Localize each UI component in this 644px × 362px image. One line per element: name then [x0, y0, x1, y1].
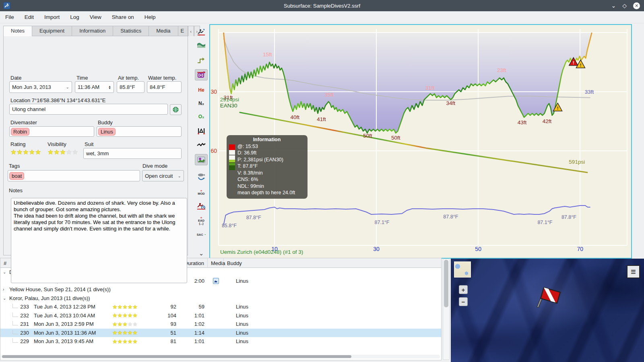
dive-number: 233 [20, 304, 29, 310]
chevron-collapsed-icon[interactable]: › [3, 287, 7, 292]
column-header-media[interactable]: Media [208, 258, 224, 268]
mod-icon[interactable]: +MOD [195, 187, 208, 198]
tab-extra-info[interactable]: E [178, 26, 188, 36]
tab-information[interactable]: Information [72, 26, 113, 36]
menu-log[interactable]: Log [65, 12, 85, 22]
depth-annotation-deep: 43ft [518, 119, 527, 125]
scrollbar-thumb[interactable] [2, 355, 351, 358]
diver-ceiling-icon[interactable] [195, 27, 208, 38]
divemode-select[interactable]: Open circuit⌄ [142, 170, 184, 181]
dive-trip-row[interactable]: ›Yellow House, Sun Sep 21, 2014 (1 dive(… [0, 285, 441, 294]
map-menu-button[interactable]: ≡ [627, 265, 640, 278]
nitrogen-graph-icon[interactable]: N₂ [195, 98, 208, 109]
menu-import[interactable]: Import [39, 12, 65, 22]
star-filled-icon: ★ [132, 312, 138, 319]
ead-icon[interactable]: +EAD(...) [195, 215, 208, 226]
dive-row[interactable]: 229Mon Jun 3, 2013 9:45 AM★★★★★811:01Lin… [0, 337, 441, 346]
tags-field[interactable]: boat [8, 170, 140, 181]
helium-graph-icon[interactable]: He [195, 84, 208, 96]
chevron-down-icon: ⌄ [178, 174, 181, 178]
dive-buddy-cell: Linus [224, 304, 441, 310]
suit-field[interactable]: wet, 3mm [83, 148, 182, 159]
buddy-tag[interactable]: Linus [98, 128, 116, 136]
tag-boat[interactable]: boat [9, 172, 24, 180]
time-field[interactable]: 11:36 AM ▲▼ [75, 81, 114, 93]
menu-file[interactable]: File [0, 12, 19, 22]
ruler-icon[interactable] [195, 125, 208, 136]
dive-date-cell: Mon Jun 3, 2013 9:45 AM [31, 338, 109, 344]
menu-edit[interactable]: Edit [19, 12, 39, 22]
notes-textarea[interactable]: Unbelievable dive. Dozens and dozens of … [11, 198, 187, 283]
airtemp-field[interactable]: 85.8°F [117, 81, 144, 93]
maximize-button[interactable]: ◇ [622, 3, 627, 8]
column-header-buddy[interactable]: Buddy [224, 258, 441, 268]
tab-media[interactable]: Media [149, 26, 178, 36]
yellow-warning-icon[interactable]: ! [576, 60, 585, 68]
dive-buddy-cell: Linus [224, 278, 441, 284]
dive-row[interactable]: 232Tue Jun 4, 2013 10:04 AM★★★★★1041:01L… [0, 311, 441, 320]
photos-icon[interactable] [195, 154, 208, 165]
tab-statistics[interactable]: Statistics [113, 26, 149, 36]
pressure-label: 2914psi [220, 97, 239, 103]
location-field[interactable]: Ulong channel [9, 104, 168, 115]
rating-stars[interactable]: ★★★★★ [10, 148, 41, 156]
info-box-row: T: 87.8°F [237, 163, 304, 170]
map-overview-thumbnail[interactable] [454, 261, 471, 278]
dive-site-map[interactable]: + − ≡ [451, 259, 644, 362]
info-box-row: P: 2,381psi (EAN30) [237, 156, 304, 163]
toolbar-collapse-button[interactable]: ⌄ [195, 248, 208, 259]
star-filled-icon: ★ [23, 148, 29, 156]
divemaster-field[interactable]: Robin [9, 126, 94, 137]
diver-time-icon[interactable] [195, 200, 208, 212]
info-box-title: Information [229, 136, 304, 143]
minimize-button[interactable]: ⌄ [611, 3, 616, 8]
watertemp-field[interactable]: 84.8°F [147, 81, 182, 93]
map-zoom-in-button[interactable]: + [459, 285, 468, 294]
dive-computer-ceiling-icon[interactable] [195, 69, 208, 80]
oxygen-graph-icon[interactable]: O₂ [195, 111, 208, 122]
dive-list-vertical-scrollbar[interactable] [443, 259, 450, 360]
globe-button[interactable] [170, 104, 182, 115]
menu-view[interactable]: View [85, 12, 107, 22]
dive-row[interactable]: 230Mon Jun 3, 2013 11:36 AM★★★★★511:14Li… [0, 329, 441, 337]
depth-annotation-deep: 41ft [317, 116, 326, 122]
close-button[interactable]: ✕ [633, 2, 640, 9]
gas-graph-icon[interactable] [195, 55, 208, 66]
scrollbar-thumb[interactable] [444, 260, 448, 307]
divemaster-tag[interactable]: Robin [11, 128, 29, 136]
dive-trip-row[interactable]: ⌄Koror, Palau, Jun 2013 (11 dive(s)) [0, 294, 441, 303]
time-label: Time [76, 75, 88, 81]
dive-row[interactable]: 231Mon Jun 3, 2013 2:59 PM★★★★★931:02Lin… [0, 320, 441, 329]
star-filled-icon: ★ [128, 329, 133, 336]
date-field[interactable]: Mon Jun 3, 2013⌄ [9, 81, 72, 93]
tab-equipment[interactable]: Equipment [32, 26, 72, 36]
depth-annotation-avg: 33ft [585, 89, 594, 95]
sac-icon[interactable]: SAC ◔ [195, 229, 208, 240]
dive-list-horizontal-scrollbar[interactable] [1, 355, 440, 358]
map-zoom-out-button[interactable]: − [459, 297, 468, 306]
tab-scroll-left-button[interactable]: ‹ [188, 26, 194, 36]
menu-share-on[interactable]: Share on [107, 12, 139, 22]
buddy-field[interactable]: Linus [97, 126, 182, 137]
dive-buddy-cell: Linus [224, 321, 441, 327]
depth-axis-tick: 30 [211, 88, 217, 95]
dive-flag-marker[interactable] [533, 284, 566, 316]
tissues-icon[interactable] [195, 170, 208, 181]
tab-bar: NotesEquipmentInformationStatisticsMedia… [3, 26, 200, 36]
star-filled-icon: ★ [118, 312, 123, 319]
heartrate-icon[interactable] [195, 139, 208, 150]
tab-notes[interactable]: Notes [3, 26, 32, 36]
time-spinner[interactable]: ▲▼ [108, 85, 111, 89]
dive-date-cell: Mon Jun 3, 2013 11:36 AM [31, 330, 109, 336]
suit-label: Suit [85, 141, 93, 147]
menu-help[interactable]: Help [139, 12, 161, 22]
dive-rating-cell: ★★★★★ [109, 312, 145, 319]
media-photo-icon[interactable] [213, 278, 219, 284]
dive-profile-chart[interactable]: 30601030507031ft15ft40ft41ft35ft50ft50ft… [209, 24, 632, 259]
tree-branch-line [12, 313, 18, 317]
chevron-expanded-icon[interactable]: ⌄ [3, 270, 7, 274]
waves-icon[interactable] [195, 39, 208, 51]
chevron-expanded-icon[interactable]: ⌄ [3, 296, 7, 300]
dive-row[interactable]: 233Tue Jun 4, 2013 12:28 PM★★★★★9259Linu… [0, 302, 441, 311]
visibility-stars[interactable]: ★★★★★ [47, 148, 78, 156]
